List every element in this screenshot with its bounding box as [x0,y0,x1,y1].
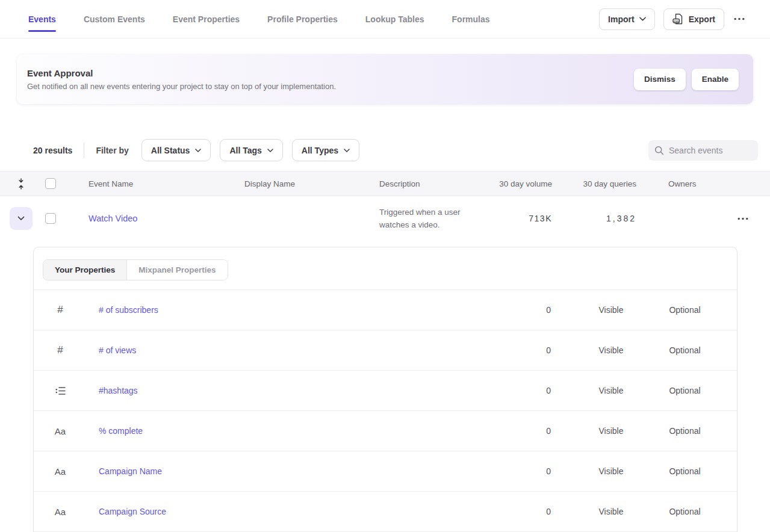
tab-profile-properties-label: Profile Properties [267,14,338,24]
property-row: # # of views 0 Visible Optional [34,330,737,371]
tags-filter-label: All Tags [229,146,261,155]
property-name-link[interactable]: % complete [99,426,143,436]
col-owners: Owners [636,179,709,188]
property-visibility: Visible [575,305,647,315]
dismiss-button[interactable]: Dismiss [634,69,686,90]
text-type-icon: Aa [43,426,77,436]
property-name-link[interactable]: # of subscribers [99,305,158,315]
text-type-icon: Aa [43,466,77,477]
event-queries: 1,382 [552,214,636,223]
property-count: 0 [521,466,575,476]
property-name-link[interactable]: #hashtags [99,386,138,395]
export-button-label: Export [689,14,715,24]
col-display-name: Display Name [225,179,359,188]
col-description: Description [359,179,474,188]
event-properties-panel: Your Properties Mixpanel Properties # # … [33,247,737,532]
property-requirement: Optional [647,426,722,436]
events-table-header: Event Name Display Name Description 30 d… [0,171,770,196]
active-tab-underline [28,30,56,32]
collapse-row-button[interactable] [10,207,33,230]
row-checkbox[interactable] [45,213,56,224]
search-events-box[interactable] [648,140,758,161]
chevron-down-icon [344,149,350,152]
search-icon [654,146,664,155]
property-row: Aa % complete 0 Visible Optional [34,411,737,451]
text-type-icon: Aa [43,507,77,517]
chevron-down-icon [267,149,273,152]
event-description: Triggered when a user watches a video. [359,206,474,231]
status-filter-label: All Status [151,146,190,155]
tab-lookup-tables-label: Lookup Tables [365,14,424,24]
tab-lookup-tables[interactable]: Lookup Tables [365,0,424,39]
property-visibility: Visible [575,507,647,516]
property-visibility: Visible [575,345,647,355]
property-count: 0 [521,426,575,436]
filter-by-label: Filter by [96,146,128,155]
tab-custom-events[interactable]: Custom Events [84,0,145,39]
property-row: #hashtags 0 Visible Optional [34,371,737,411]
tab-your-properties[interactable]: Your Properties [43,260,127,280]
property-requirement: Optional [647,386,722,395]
tab-profile-properties[interactable]: Profile Properties [267,0,338,39]
property-row: Aa Campaign Name 0 Visible Optional [34,451,737,492]
results-count: 20 results [33,146,72,155]
event-description-line2: watches a video. [379,218,474,231]
tab-mixpanel-properties[interactable]: Mixpanel Properties [127,260,227,280]
tab-events[interactable]: Events [28,0,56,39]
number-type-icon: # [43,344,77,356]
types-filter-dropdown[interactable]: All Types [292,139,359,161]
row-overflow-menu-button[interactable] [736,214,750,224]
property-visibility: Visible [575,426,647,436]
import-button[interactable]: Import [599,8,655,30]
tags-filter-dropdown[interactable]: All Tags [220,139,282,161]
property-requirement: Optional [647,305,722,315]
col-volume: 30 day volume [474,179,552,188]
nav-actions: Import csv Export [599,8,770,30]
banner-text: Event Approval Get notified on all new e… [27,68,336,91]
tab-formulas-label: Formulas [452,14,490,24]
collapse-all-icon[interactable] [10,178,33,190]
property-visibility: Visible [575,466,647,476]
property-name-link[interactable]: # of views [99,345,136,355]
property-name-link[interactable]: Campaign Source [99,507,166,516]
banner-description: Get notified on all new events entering … [27,82,336,91]
top-navigation: Events Custom Events Event Properties Pr… [0,0,770,39]
col-queries: 30 day queries [552,179,636,188]
property-name-link[interactable]: Campaign Name [99,466,162,476]
export-button[interactable]: csv Export [663,8,724,30]
import-button-label: Import [608,14,635,24]
status-filter-dropdown[interactable]: All Status [141,139,211,161]
event-approval-banner: Event Approval Get notified on all new e… [17,54,753,104]
property-count: 0 [521,345,575,355]
search-events-input[interactable] [669,146,747,155]
property-requirement: Optional [647,466,722,476]
tab-custom-events-label: Custom Events [84,14,145,24]
event-description-line1: Triggered when a user [379,206,474,218]
enable-button[interactable]: Enable [692,69,739,90]
event-volume: 713K [474,214,552,223]
overflow-menu-button[interactable] [733,14,746,24]
property-requirement: Optional [647,345,722,355]
csv-file-icon: csv [672,13,684,25]
event-name-link[interactable]: Watch Video [88,214,137,223]
property-count: 0 [521,507,575,516]
list-type-icon [43,386,77,395]
col-event-name: Event Name [69,179,225,188]
lexicon-tabs: Events Custom Events Event Properties Pr… [0,0,490,39]
banner-actions: Dismiss Enable [634,69,739,90]
chevron-down-icon [639,17,646,21]
chevron-down-icon [195,149,201,152]
divider [84,143,84,158]
property-row: # # of subscribers 0 Visible Optional [34,290,737,330]
types-filter-label: All Types [302,146,338,155]
select-all-checkbox[interactable] [45,178,56,189]
filter-toolbar: 20 results Filter by All Status All Tags… [0,139,770,161]
tab-event-properties[interactable]: Event Properties [173,0,240,39]
svg-text:csv: csv [673,19,678,23]
tab-events-label: Events [28,14,56,24]
tab-formulas[interactable]: Formulas [452,0,490,39]
property-visibility: Visible [575,386,647,395]
banner-title: Event Approval [27,68,336,78]
table-row-watch-video: Watch Video Triggered when a user watche… [0,196,770,238]
property-requirement: Optional [647,507,722,516]
